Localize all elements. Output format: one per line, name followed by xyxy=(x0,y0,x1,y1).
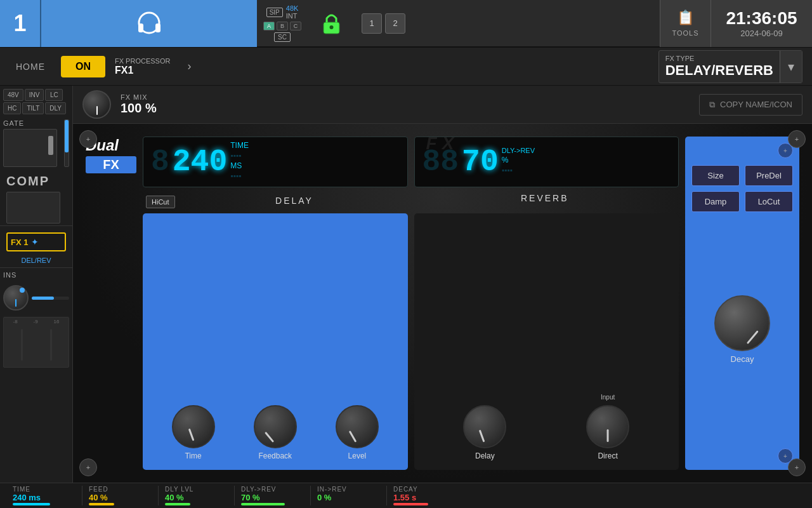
ch-btn-2[interactable]: 2 xyxy=(385,13,405,34)
delay-unit-ghost: ▪▪▪▪ xyxy=(230,171,249,180)
size-button[interactable]: Size xyxy=(691,165,740,186)
fx-processor-label: FX PROCESSOR xyxy=(115,57,170,65)
fx-processor-name: FX1 xyxy=(115,65,170,76)
sip-btn-a[interactable]: A xyxy=(263,22,275,30)
status-label-dlyrev: DLY->REV xyxy=(241,486,277,493)
fx1-label: FX 1 xyxy=(11,237,28,247)
reverb-value: 70 xyxy=(462,145,499,179)
status-bar-feed xyxy=(89,503,114,505)
ins-label[interactable]: INS xyxy=(0,267,72,282)
screw-br: + xyxy=(788,458,806,476)
delay-time-label: TIME xyxy=(230,141,249,150)
sb-btn-48v[interactable]: 48V xyxy=(3,89,23,101)
locut-button[interactable]: LoCut xyxy=(745,191,793,212)
sb-btn-dly[interactable]: DLY xyxy=(45,102,66,114)
sb-btn-inv[interactable]: INV xyxy=(25,89,44,101)
time-knob[interactable] xyxy=(172,405,215,448)
delay-ghost-digit: 8 xyxy=(151,147,169,177)
fx-mix-knob[interactable] xyxy=(82,90,111,119)
comp-label: COMP xyxy=(3,171,69,192)
input-knob[interactable] xyxy=(586,405,629,448)
predel-button[interactable]: PreDel xyxy=(745,165,793,186)
dual-fx-panel: + + + + FX Dual FX 8 24 xyxy=(73,124,812,483)
sip-sc: SC xyxy=(274,32,291,42)
delay-ghost-bars: ▪▪▪▪ xyxy=(230,151,249,160)
fader-numbers: -8-916 xyxy=(4,318,69,326)
fx-badge: FX xyxy=(86,156,136,173)
svg-rect-1 xyxy=(138,23,143,32)
knob-group-delay: Delay xyxy=(463,405,506,460)
channel-number[interactable]: 1 xyxy=(0,0,41,47)
reverb-delay-knob[interactable] xyxy=(463,405,506,448)
sip-label: SIP xyxy=(266,8,283,17)
sb-btn-hc[interactable]: HC xyxy=(3,102,21,114)
feedback-knob[interactable] xyxy=(254,405,297,448)
lock-icon xyxy=(320,11,343,36)
screw-tr: + xyxy=(788,130,806,148)
status-label-inrev: IN->REV xyxy=(317,486,347,493)
channel-icon-area xyxy=(41,0,257,47)
lock-button[interactable] xyxy=(314,6,349,41)
status-value-decay: 1.55 s xyxy=(393,493,416,502)
clock-time: 21:36:05 xyxy=(726,8,797,29)
svg-point-4 xyxy=(330,25,334,29)
tools-icon: 📋 xyxy=(677,10,694,26)
reverb-knobs-area: Delay Input Direct xyxy=(414,213,679,470)
tools-button[interactable]: 📋 TOOLS xyxy=(660,0,710,47)
level-knob-label: Level xyxy=(348,451,367,460)
damp-button[interactable]: Damp xyxy=(691,191,740,212)
sip-block: SIP 48K INT A B C SC xyxy=(257,1,308,45)
status-value-inrev: 0 % xyxy=(317,493,331,502)
status-bar-dlylvl xyxy=(165,503,190,505)
screw-tl: + xyxy=(79,130,97,148)
fx-processor-block: FX PROCESSOR FX1 xyxy=(115,57,170,76)
on-button[interactable]: ON xyxy=(61,56,105,77)
fx-type-dropdown[interactable]: ▾ xyxy=(780,51,802,83)
sip-rates: 48K INT xyxy=(286,4,299,20)
sb-btn-tilt[interactable]: TILT xyxy=(22,102,44,114)
comp-fader[interactable] xyxy=(6,192,60,224)
status-value-dlyrev: 70 % xyxy=(241,493,260,502)
copy-name-button[interactable]: ⧉ COPY NAME/ICON xyxy=(699,94,802,116)
ch-btn-1[interactable]: 1 xyxy=(362,13,382,34)
status-label-feed: FEED xyxy=(89,486,108,493)
status-label-dlylvl: DLY LVL xyxy=(165,486,193,493)
status-value-feed: 40 % xyxy=(89,493,108,502)
fx-mix-label: FX MIX xyxy=(121,93,157,101)
gate-fader[interactable] xyxy=(3,129,57,167)
volume-fader[interactable]: -8-916 xyxy=(3,317,69,368)
fx1-block[interactable]: FX 1 ✦ xyxy=(6,232,66,251)
reverb-route-label: DLY->REV xyxy=(502,147,535,154)
fx-inner: Dual FX 8 240 TIME ▪▪▪▪ MS xyxy=(73,124,812,483)
delay-unit: MS xyxy=(230,161,249,170)
fx-type-label: FX TYPE xyxy=(665,55,695,62)
second-bar: HOME ON FX PROCESSOR FX1 › FX TYPE DELAY… xyxy=(0,48,812,86)
time-knob-label: Time xyxy=(185,451,201,460)
fx-next-arrow[interactable]: › xyxy=(180,54,199,79)
sip-btn-b[interactable]: B xyxy=(277,22,288,30)
channel-volume-knob[interactable] xyxy=(3,285,29,311)
status-item-inrev: IN->REV 0 % xyxy=(311,486,387,505)
fx-mix-value: 100 % xyxy=(121,101,157,116)
copy-icon: ⧉ xyxy=(709,100,715,110)
fx-mix-bar: FX MIX 100 % ⧉ COPY NAME/ICON xyxy=(73,86,812,124)
screw-bl: + xyxy=(79,458,97,476)
input-label: Input xyxy=(601,394,615,401)
bottom-bar: TIME 240 ms FEED 40 % DLY LVL 40 % DLY->… xyxy=(0,483,812,508)
decay-knob[interactable] xyxy=(714,295,770,351)
level-knob[interactable] xyxy=(336,405,379,448)
sb-btn-lc[interactable]: LC xyxy=(45,89,63,101)
right-panel-bottom: + xyxy=(691,448,793,464)
knob-group-input: Input Direct xyxy=(586,394,629,460)
status-item-decay: DECAY 1.55 s xyxy=(387,486,463,505)
copy-name-label: COPY NAME/ICON xyxy=(720,100,792,109)
top-bar: 1 SIP 48K INT A B C SC 1 2 xyxy=(0,0,812,48)
reverb-delay-knob-label: Delay xyxy=(475,451,495,460)
param-row-1: Size PreDel xyxy=(691,165,793,186)
status-value-time: 240 ms xyxy=(13,493,41,502)
fx-type-block: FX TYPE DELAY/REVERB xyxy=(665,55,773,79)
status-value-dlylvl: 40 % xyxy=(165,493,184,502)
home-button[interactable]: HOME xyxy=(10,58,51,75)
sip-btn-c[interactable]: C xyxy=(290,22,301,30)
hicut-button[interactable]: HiCut xyxy=(146,196,175,208)
